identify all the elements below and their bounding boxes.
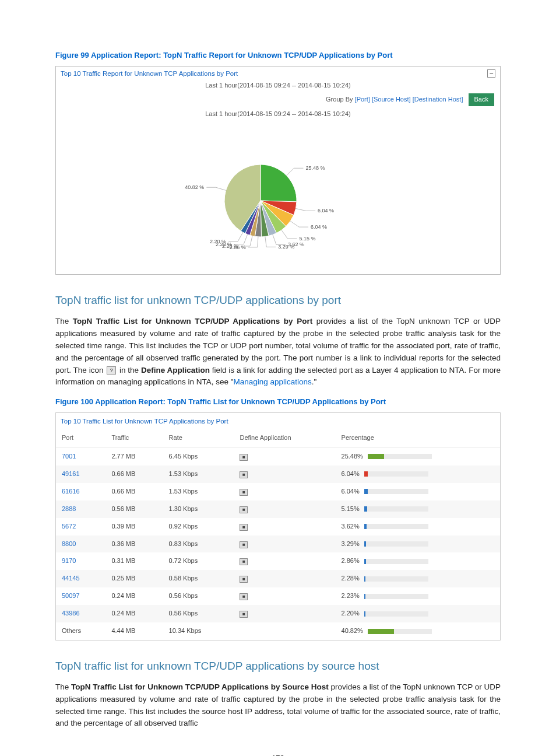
th-percentage: Percentage	[336, 429, 500, 447]
table-row: 91700.31 MB0.72 Kbps■2.86%	[56, 552, 500, 570]
rate-cell: 1.53 Kbps	[163, 466, 234, 483]
pie-slice-label: 3.29 %	[278, 244, 294, 250]
report-title: Top 10 Traffic Report for Unknown TCP Ap…	[61, 69, 238, 79]
section1-paragraph: The TopN Traffic List for Unknown TCP/UD…	[55, 316, 501, 389]
rate-cell: 10.34 Kbps	[163, 622, 234, 640]
port-link[interactable]: 44145	[62, 575, 80, 582]
port-link[interactable]: 8800	[62, 540, 76, 547]
percentage-bar	[364, 611, 428, 617]
groupby-label: Group By	[326, 96, 353, 103]
traffic-cell: 0.56 MB	[105, 501, 163, 518]
figure99-caption: Figure 99 Application Report: TopN Traff…	[55, 50, 501, 61]
percentage-value: 2.28%	[342, 575, 360, 582]
groupby-port-link[interactable]: [Port]	[355, 96, 370, 103]
percentage-bar	[364, 559, 428, 564]
define-app-cell: ■	[234, 587, 335, 605]
define-app-icon[interactable]: ■	[240, 558, 248, 565]
percentage-cell: 6.04%	[336, 483, 500, 501]
th-rate: Rate	[163, 429, 234, 447]
groupby-source-link[interactable]: [Source Host]	[372, 96, 411, 103]
port-link[interactable]: 2888	[62, 505, 76, 512]
define-app-cell: ■	[234, 536, 335, 553]
bold-text: TopN Traffic List for Unknown TCP/UDP Ap…	[73, 317, 312, 326]
rate-cell: 0.56 Kbps	[163, 587, 234, 605]
port-link[interactable]: 9170	[62, 557, 76, 564]
pie-slice-label: 25.48 %	[305, 166, 325, 172]
pie-slice-label: 6.04 %	[311, 224, 327, 230]
pie-slice-label: 2.20 %	[210, 239, 226, 244]
percentage-value: 3.62%	[342, 523, 360, 530]
rate-cell: 0.72 Kbps	[163, 552, 234, 570]
percentage-cell: 2.28%	[336, 570, 500, 587]
managing-applications-link[interactable]: Managing applications	[233, 377, 311, 386]
pie-time-label: Last 1 hour(2014-08-15 09:24 -- 2014-08-…	[62, 110, 494, 119]
groupby-dest-link[interactable]: [Destination Host]	[413, 96, 463, 103]
define-app-icon[interactable]: ■	[240, 541, 248, 548]
section2-paragraph: The TopN Traffic List for Unknown TCP/UD…	[55, 681, 501, 730]
percentage-cell: 2.86%	[336, 552, 500, 570]
define-app-icon[interactable]: ■	[240, 454, 248, 461]
port-link[interactable]: 5672	[62, 523, 76, 530]
define-app-icon[interactable]: ■	[240, 576, 248, 583]
percentage-value: 6.04%	[342, 470, 360, 477]
define-app-icon[interactable]: ■	[240, 506, 248, 513]
define-app-icon: ?	[107, 366, 116, 374]
percentage-bar	[364, 524, 428, 529]
table-header-row: Port Traffic Rate Define Application Per…	[56, 429, 500, 447]
define-app-cell: ■	[234, 447, 335, 465]
percentage-value: 3.29%	[342, 540, 360, 547]
traffic-cell: 0.25 MB	[105, 570, 163, 587]
define-app-cell: ■	[234, 501, 335, 518]
text: ."	[312, 377, 317, 386]
rate-cell: 1.30 Kbps	[163, 501, 234, 518]
traffic-cell: 0.36 MB	[105, 536, 163, 553]
figure100-box: Top 10 Traffic List for Unknown TCP Appl…	[55, 412, 501, 640]
port-cell: Others	[56, 622, 105, 640]
port-link[interactable]: 7001	[62, 453, 76, 460]
percentage-value: 25.48%	[342, 453, 363, 460]
traffic-cell: 0.24 MB	[105, 605, 163, 622]
percentage-cell: 2.23%	[336, 587, 500, 605]
percentage-value: 2.20%	[342, 610, 360, 617]
figure100-caption: Figure 100 Application Report: TopN Traf…	[55, 397, 501, 408]
port-link[interactable]: 49161	[62, 470, 80, 477]
back-button[interactable]: Back	[469, 93, 494, 106]
percentage-cell: 6.04%	[336, 466, 500, 483]
define-app-cell: ■	[234, 570, 335, 587]
traffic-cell: 2.77 MB	[105, 447, 163, 465]
define-app-icon[interactable]: ■	[240, 611, 248, 618]
percentage-bar	[368, 629, 432, 634]
pie-slice-label: 6.04 %	[318, 208, 334, 214]
table-row: Others4.44 MB10.34 Kbps40.82%	[56, 622, 500, 640]
bold-text: Define Application	[141, 366, 210, 374]
percentage-bar	[368, 454, 432, 459]
traffic-cell: 4.44 MB	[105, 622, 163, 640]
percentage-value: 2.86%	[342, 557, 360, 564]
port-link[interactable]: 50097	[62, 592, 80, 599]
traffic-cell: 0.66 MB	[105, 483, 163, 501]
define-app-cell: ■	[234, 552, 335, 570]
define-app-icon[interactable]: ■	[240, 489, 248, 496]
traffic-cell: 0.31 MB	[105, 552, 163, 570]
table-row: 28880.56 MB1.30 Kbps■5.15%	[56, 501, 500, 518]
percentage-cell: 2.20%	[336, 605, 500, 622]
groupby-row: Group By [Port] [Source Host] [Destinati…	[56, 90, 500, 110]
define-app-icon[interactable]: ■	[240, 524, 248, 531]
section2-heading: TopN traffic list for unknown TCP/UDP ap…	[55, 658, 501, 674]
define-app-icon[interactable]: ■	[240, 471, 248, 478]
table-row: 491610.66 MB1.53 Kbps■6.04%	[56, 466, 500, 483]
port-link[interactable]: 43986	[62, 610, 80, 617]
percentage-bar	[364, 594, 428, 599]
th-traffic: Traffic	[105, 429, 163, 447]
define-app-cell: ■	[234, 483, 335, 501]
traffic-table: Port Traffic Rate Define Application Per…	[56, 429, 500, 640]
time-header: Last 1 hour(2014-08-15 09:24 -- 2014-08-…	[56, 81, 500, 90]
percentage-bar	[364, 506, 428, 512]
define-app-cell	[234, 622, 335, 640]
percentage-cell: 3.29%	[336, 536, 500, 553]
minimize-icon[interactable]: −	[487, 69, 495, 78]
table-row: 70012.77 MB6.45 Kbps■25.48%	[56, 447, 500, 465]
port-link[interactable]: 61616	[62, 488, 80, 495]
define-app-icon[interactable]: ■	[240, 593, 248, 600]
percentage-bar	[364, 541, 428, 547]
